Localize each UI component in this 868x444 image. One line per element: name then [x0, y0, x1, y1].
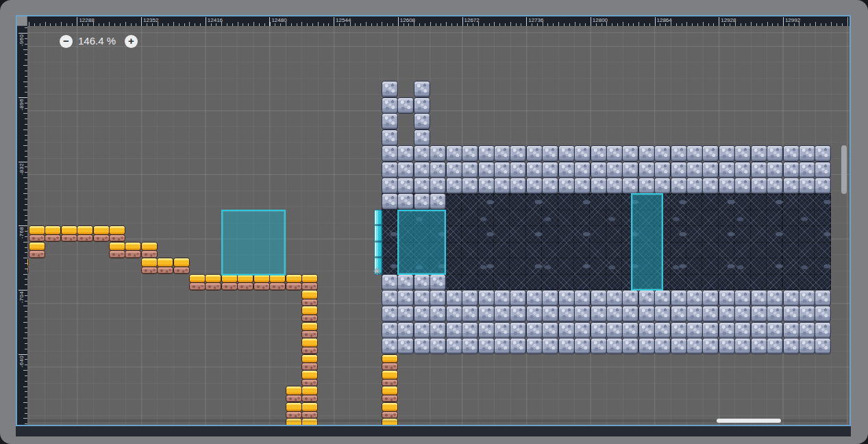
tile-stone-block [526, 177, 543, 194]
tile-stone-block [702, 290, 719, 306]
tile-stone-block [446, 306, 462, 322]
zoom-in-button[interactable]: + [125, 35, 138, 48]
tile-stone-block [751, 162, 767, 178]
vertical-ruler: -960-896-832-768-704-640 [17, 26, 27, 425]
tile-stone-block [702, 338, 719, 354]
tile-stone-block [815, 306, 831, 322]
tile-stone-block [478, 290, 495, 306]
tile-stone-block [638, 177, 655, 194]
map-viewport[interactable]: ✳ − 146.4 % + [27, 26, 850, 425]
tile-stone-block [430, 145, 446, 162]
tile-stone-block [397, 306, 414, 322]
ruler-major-tick [655, 17, 656, 26]
tile-stone-block [558, 290, 575, 306]
tile-stone-block [382, 274, 398, 291]
ruler-label: -896 [18, 99, 25, 110]
tile-stone-block [767, 290, 783, 306]
tile-stone-block [654, 290, 671, 306]
tile-stone-block [542, 290, 558, 306]
tile-stone-block [719, 177, 735, 194]
tile-stone-block [622, 162, 638, 178]
tile-stone-block [430, 306, 446, 322]
tile-stone-block [478, 145, 495, 162]
tile-stone-block [734, 145, 751, 162]
tile-stone-block [414, 162, 430, 178]
tile-stone-block [671, 145, 687, 162]
zoom-out-button[interactable]: − [60, 35, 73, 48]
tile-stone-block [382, 177, 398, 194]
tile-stone-block [751, 145, 767, 162]
tile-stone-block [783, 290, 799, 306]
ruler-major-tick [719, 17, 719, 26]
tile-stone-block [542, 322, 558, 338]
ruler-label: 12992 [785, 17, 800, 23]
tile-stone-block [430, 177, 446, 194]
tile-stone-block [591, 306, 607, 322]
tile-stone-block [397, 97, 414, 114]
tile-stone-block [622, 338, 638, 354]
tile-stone-block [558, 338, 575, 354]
ruler-label: 12928 [721, 17, 736, 23]
tile-gold-block [286, 386, 302, 402]
tile-stone-block [430, 162, 446, 178]
tile-gold-block [301, 370, 318, 386]
tile-stone-block [734, 290, 751, 306]
tile-stone-block [414, 290, 430, 306]
tile-stone-block [510, 145, 526, 162]
tile-stone-block [526, 162, 543, 178]
tile-stone-block [526, 145, 543, 162]
tile-stone-block [719, 145, 735, 162]
selection-overlay[interactable] [221, 210, 286, 275]
tile-stone-block [382, 338, 398, 354]
tile-stone-block [526, 290, 543, 306]
tile-stone-block [606, 322, 623, 338]
tile-stone-block [767, 322, 783, 338]
tile-stone-block [734, 322, 751, 338]
tile-stone-block [510, 290, 526, 306]
tile-stone-block [606, 177, 623, 194]
tile-stone-block [478, 322, 495, 338]
tile-stone-block [734, 177, 751, 194]
tile-stone-block [446, 145, 462, 162]
tile-stone-block [591, 290, 607, 306]
tile-stone-block [510, 306, 526, 322]
tile-stone-block [622, 177, 638, 194]
tile-stone-block [494, 290, 510, 306]
tile-stone-block [462, 338, 478, 354]
tile-stone-block [478, 338, 495, 354]
ruler-label: -704 [18, 291, 25, 303]
tile-stone-block [671, 338, 687, 354]
tile-stone-block [510, 162, 526, 178]
tile-stone-block [686, 338, 703, 354]
tile-stone-block [397, 290, 414, 306]
selection-overlay[interactable] [631, 193, 663, 291]
tile-stone-block [734, 338, 751, 354]
ruler-corner-box [17, 16, 27, 26]
tile-stone-block [622, 306, 638, 322]
tile-stone-block [783, 177, 799, 194]
tile-stone-block [382, 193, 398, 210]
tile-gold-block [125, 242, 141, 258]
tile-stone-block [526, 338, 543, 354]
tile-gold-block [301, 290, 318, 306]
horizontal-scrollbar-thumb[interactable] [717, 419, 781, 423]
panel-bottom-strip [16, 426, 851, 436]
vertical-scrollbar-thumb[interactable] [841, 145, 847, 194]
tile-stone-block [397, 322, 414, 338]
tile-stone-block [397, 177, 414, 194]
selection-overlay[interactable] [397, 210, 446, 275]
tile-gold-block [301, 354, 318, 371]
tile-gold-block [269, 274, 286, 291]
ruler-major-tick [462, 17, 463, 26]
ruler-major-tick [77, 17, 77, 26]
tile-gold-block [205, 274, 221, 291]
tile-stone-block [783, 306, 799, 322]
tile-gold-block [29, 242, 45, 258]
tile-stone-block [397, 145, 414, 162]
tile-stone-block [478, 306, 495, 322]
tile-stone-block [654, 338, 671, 354]
tile-stone-block [397, 274, 414, 291]
ruler-major-tick [526, 17, 527, 26]
tile-stone-block [494, 322, 510, 338]
center-view-icon[interactable] [34, 35, 47, 47]
